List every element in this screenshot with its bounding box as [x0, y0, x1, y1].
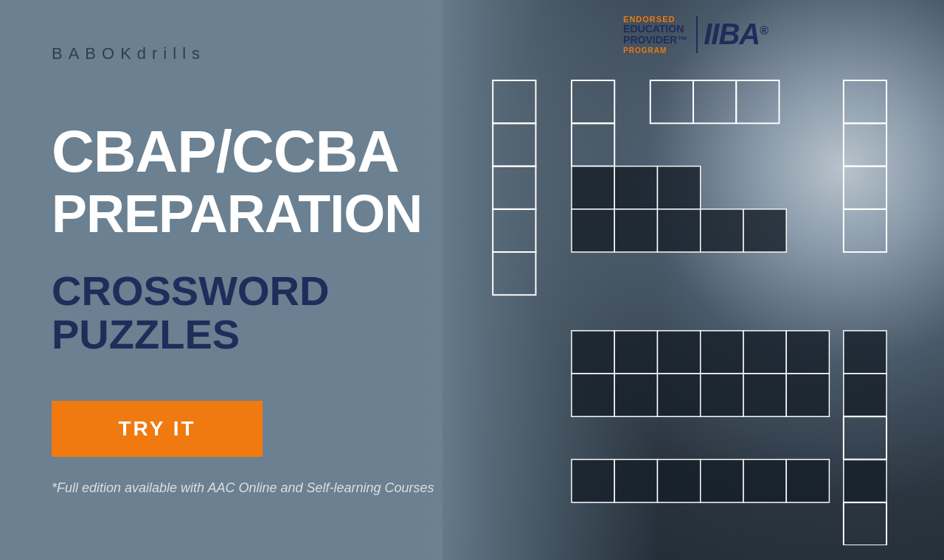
- svg-rect-26: [743, 331, 786, 374]
- svg-rect-33: [743, 374, 786, 416]
- svg-rect-9: [736, 80, 779, 123]
- svg-rect-0: [493, 80, 535, 123]
- svg-rect-17: [572, 209, 614, 252]
- iiba-logo-text: IIBA®: [704, 20, 767, 50]
- svg-rect-44: [844, 503, 886, 545]
- svg-rect-18: [614, 209, 657, 252]
- svg-rect-12: [844, 167, 886, 209]
- svg-rect-8: [693, 80, 736, 123]
- svg-rect-4: [493, 252, 535, 295]
- svg-rect-3: [493, 209, 535, 252]
- svg-rect-30: [614, 374, 657, 416]
- svg-rect-37: [614, 460, 657, 503]
- iiba-divider: [696, 16, 698, 53]
- crossword-line2: PUZZLES: [52, 311, 240, 357]
- svg-rect-14: [572, 167, 614, 209]
- hero-title-line2: PREPARATION: [52, 187, 435, 240]
- svg-rect-19: [657, 209, 700, 252]
- banner-container: ENDORSED EDUCATIONPROVIDER™ PROGRAM IIBA…: [0, 0, 944, 560]
- svg-rect-32: [701, 374, 743, 416]
- svg-rect-38: [657, 460, 700, 503]
- program-label: PROGRAM: [623, 46, 667, 55]
- iiba-logo: IIBA®: [704, 18, 767, 51]
- svg-rect-39: [701, 460, 743, 503]
- crossword-label: CROSSWORD PUZZLES: [52, 270, 435, 357]
- iiba-text-block: ENDORSED EDUCATIONPROVIDER™ PROGRAM: [623, 15, 687, 55]
- svg-rect-29: [572, 374, 614, 416]
- svg-rect-43: [844, 416, 886, 459]
- svg-rect-13: [844, 209, 886, 252]
- svg-rect-41: [786, 460, 829, 503]
- svg-rect-28: [844, 331, 886, 374]
- iiba-badge: ENDORSED EDUCATIONPROVIDER™ PROGRAM IIBA…: [623, 15, 767, 55]
- svg-rect-22: [572, 331, 614, 374]
- svg-rect-20: [701, 209, 743, 252]
- svg-rect-15: [614, 167, 657, 209]
- svg-rect-21: [743, 209, 786, 252]
- hero-title: CBAP/CCBA PREPARATION: [52, 122, 435, 270]
- svg-rect-42: [844, 460, 886, 503]
- iiba-logo-box: IIBA®: [696, 16, 767, 53]
- svg-rect-23: [614, 331, 657, 374]
- svg-rect-16: [657, 167, 700, 209]
- svg-rect-7: [650, 80, 693, 123]
- hero-title-line1: CBAP/CCBA: [52, 122, 435, 181]
- svg-rect-34: [786, 374, 829, 416]
- svg-rect-35: [844, 374, 886, 416]
- svg-rect-24: [657, 331, 700, 374]
- svg-rect-36: [572, 460, 614, 503]
- main-content: BABOKdrills CBAP/CCBA PREPARATION CROSSW…: [0, 0, 487, 560]
- svg-rect-1: [493, 123, 535, 166]
- crossword-grid-overlay: [487, 59, 900, 545]
- try-it-button[interactable]: TRY IT: [52, 401, 263, 457]
- fine-print-text: *Full edition available with AAC Online …: [52, 480, 435, 496]
- svg-rect-5: [572, 80, 614, 123]
- education-provider-label: EDUCATIONPROVIDER™: [623, 24, 687, 46]
- crossword-line1: CROSSWORD: [52, 267, 329, 314]
- svg-rect-40: [743, 460, 786, 503]
- svg-rect-10: [844, 80, 886, 123]
- svg-rect-25: [701, 331, 743, 374]
- brand-logo: BABOKdrills: [52, 44, 435, 63]
- svg-rect-11: [844, 123, 886, 166]
- svg-rect-31: [657, 374, 700, 416]
- svg-rect-2: [493, 167, 535, 209]
- svg-rect-6: [572, 123, 614, 166]
- svg-rect-27: [786, 331, 829, 374]
